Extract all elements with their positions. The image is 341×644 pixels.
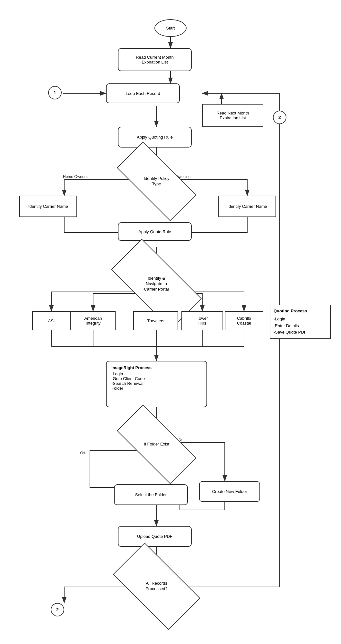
american-integrity-shape: American Integrity bbox=[71, 311, 116, 330]
loop-record-shape: Loop Each Record bbox=[106, 83, 180, 103]
upload-pdf-shape: Upload Quote PDF bbox=[118, 526, 192, 547]
imageright-item3: -Search Renewal bbox=[111, 381, 152, 386]
quoting-process-box: Quoting Process -Login -Enter Details -S… bbox=[270, 305, 331, 339]
identify-carrier-ho-shape: Identify Carrier Name bbox=[19, 196, 77, 217]
label-yes: Yes bbox=[79, 450, 86, 455]
imageright-item2: -Goto Client Code bbox=[111, 376, 152, 381]
identify-carrier-dw-shape: Identify Carrier Name bbox=[218, 196, 276, 217]
identify-carrier-dw-label: Identify Carrier Name bbox=[227, 204, 267, 209]
imageright-title: ImageRight Process bbox=[111, 365, 152, 370]
travelers-label: Travelers bbox=[147, 318, 164, 323]
identify-navigate-shape: Identify & Navigate to Carrier Portal bbox=[114, 262, 199, 306]
apply-quoting-shape: Apply Quoting Rule bbox=[118, 127, 192, 148]
quoting-process-item3: -Save Quote PDF bbox=[274, 329, 327, 336]
travelers-shape: Travelers bbox=[133, 311, 178, 330]
connector1-top: 1 bbox=[48, 86, 62, 99]
connector2-bot: 2 bbox=[51, 603, 64, 616]
folder-exists-label: If Folder Exist bbox=[144, 442, 169, 447]
loop-record-label: Loop Each Record bbox=[126, 91, 160, 96]
read-next-label: Read Next Month Expiration List bbox=[216, 111, 249, 120]
label-homeowners: Home Owners bbox=[63, 174, 88, 179]
all-records-shape: All Records Processed? bbox=[117, 564, 196, 609]
tower-hills-shape: Tower Hills bbox=[181, 311, 223, 330]
asi-shape: ASI bbox=[32, 311, 71, 330]
identify-carrier-ho-label: Identify Carrier Name bbox=[28, 204, 68, 209]
start-shape: Start bbox=[154, 19, 187, 37]
flowchart: Home Owners Dwelling Yes No Start Read C… bbox=[0, 6, 341, 644]
tower-hills-label: Tower Hills bbox=[197, 316, 208, 326]
apply-quoting-label: Apply Quoting Rule bbox=[137, 135, 173, 140]
create-folder-label: Create New Folder bbox=[212, 489, 247, 494]
quoting-process-item2: -Enter Details bbox=[274, 323, 327, 329]
apply-quote-label: Apply Quote Rule bbox=[138, 229, 171, 234]
create-folder-shape: Create New Folder bbox=[199, 481, 260, 502]
identify-navigate-label: Identify & Navigate to Carrier Portal bbox=[144, 276, 169, 292]
all-records-label: All Records Processed? bbox=[145, 581, 168, 592]
quoting-process-item1: -Login bbox=[274, 316, 327, 323]
connector2-top: 2 bbox=[273, 111, 286, 124]
select-folder-shape: Select the Folder bbox=[114, 484, 188, 505]
start-label: Start bbox=[166, 26, 175, 30]
asi-label: ASI bbox=[48, 318, 55, 323]
upload-pdf-label: Upload Quote PDF bbox=[137, 534, 172, 539]
cabrillo-label: Cabrillo Coastal bbox=[237, 316, 251, 326]
apply-quote-shape: Apply Quote Rule bbox=[118, 222, 192, 241]
imageright-item4: Folder bbox=[111, 386, 152, 391]
select-folder-label: Select the Folder bbox=[135, 492, 167, 497]
imageright-item1: -Login bbox=[111, 371, 152, 376]
imageright-shape: ImageRight Process -Login -Goto Client C… bbox=[106, 361, 207, 407]
cabrillo-shape: Cabrillo Coastal bbox=[225, 311, 263, 330]
read-current-shape: Read Current Month Expiration List bbox=[118, 48, 192, 71]
read-next-shape: Read Next Month Expiration List bbox=[202, 104, 263, 127]
american-integrity-label: American Integrity bbox=[84, 316, 102, 326]
read-current-label: Read Current Month Expiration List bbox=[136, 55, 174, 64]
identify-policy-label: Identify Policy Type bbox=[144, 176, 169, 187]
identify-policy-shape: Identify Policy Type bbox=[119, 163, 194, 200]
quoting-process-title: Quoting Process bbox=[274, 308, 327, 315]
folder-exists-shape: If Folder Exist bbox=[119, 426, 194, 463]
